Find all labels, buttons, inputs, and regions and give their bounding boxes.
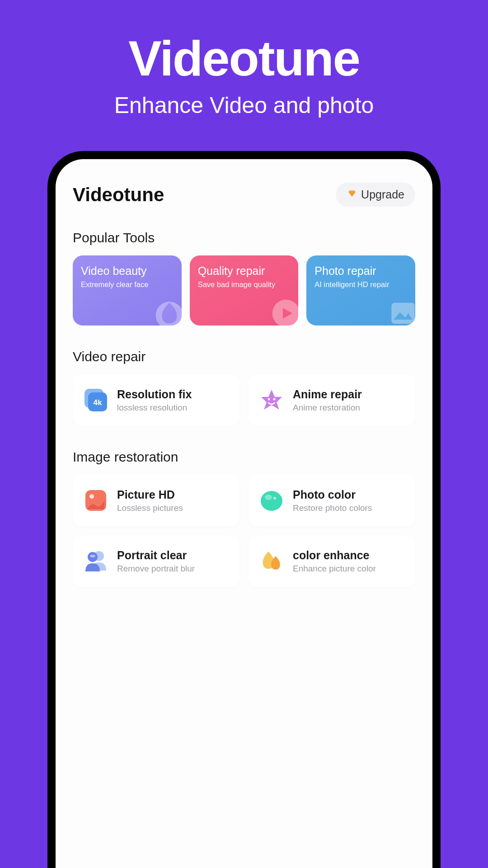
card-title: Photo repair: [314, 264, 407, 278]
item-title: Anime repair: [293, 388, 362, 401]
popular-card-quality-repair[interactable]: Quality repair Save bad image quality: [190, 255, 299, 326]
svg-point-11: [265, 495, 272, 500]
item-resolution-fix[interactable]: 4k Resolution fix lossless resolution: [73, 374, 239, 426]
svg-point-10: [261, 491, 282, 511]
popular-tools-row: Video beauty Extremely clear face Qualit…: [73, 255, 415, 326]
drop-icon: [154, 297, 182, 326]
card-subtitle: Save bad image quality: [198, 280, 291, 289]
marketing-title: Videotune: [114, 29, 374, 87]
item-subtitle: Restore photo colors: [293, 503, 372, 513]
popular-card-photo-repair[interactable]: Photo repair AI intelligent HD repair: [306, 255, 415, 326]
svg-rect-2: [391, 303, 414, 324]
svg-text:4k: 4k: [94, 398, 102, 407]
section-heading-image-restoration: Image restoration: [73, 449, 415, 465]
image-restoration-grid-2: Portrait clear Remove portrait blur colo…: [73, 535, 415, 587]
item-texts: Photo color Restore photo colors: [293, 488, 372, 513]
4k-icon: 4k: [83, 387, 109, 413]
picture-icon: [83, 487, 109, 514]
item-texts: Resolution fix lossless resolution: [117, 388, 192, 413]
card-subtitle: AI intelligent HD repair: [314, 280, 407, 289]
diamond-icon: [347, 189, 357, 200]
item-texts: Anime repair Anime restoration: [293, 388, 362, 413]
item-picture-hd[interactable]: Picture HD Lossless pictures: [73, 475, 239, 526]
phone-screen: Videotune Upgrade Popular Tools Video be…: [56, 159, 432, 868]
card-title: Video beauty: [81, 264, 174, 278]
marketing-subtitle: Enhance Video and photo: [114, 92, 374, 118]
item-title: Picture HD: [117, 488, 183, 501]
item-anime-repair[interactable]: Anime repair Anime restoration: [249, 374, 415, 426]
item-texts: Picture HD Lossless pictures: [117, 488, 183, 513]
drops-icon: [258, 548, 285, 574]
marketing-header: Videotune Enhance Video and photo: [114, 0, 374, 118]
upgrade-label: Upgrade: [361, 188, 404, 201]
app-title: Videotune: [73, 184, 164, 206]
item-title: Portrait clear: [117, 549, 195, 562]
svg-point-7: [273, 398, 276, 401]
image-icon: [387, 297, 415, 326]
item-subtitle: Enhance picture color: [293, 564, 376, 574]
upgrade-button[interactable]: Upgrade: [336, 183, 415, 207]
item-title: Photo color: [293, 488, 372, 501]
star-icon: [258, 387, 285, 413]
item-subtitle: lossless resolution: [117, 403, 192, 413]
card-subtitle: Extremely clear face: [81, 280, 174, 289]
app-header: Videotune Upgrade: [73, 183, 415, 207]
phone-frame: Videotune Upgrade Popular Tools Video be…: [47, 151, 441, 868]
video-repair-grid: 4k Resolution fix lossless resolution An…: [73, 374, 415, 426]
card-title: Quality repair: [198, 264, 291, 278]
item-subtitle: Lossless pictures: [117, 503, 183, 513]
svg-point-15: [90, 555, 95, 557]
svg-point-9: [89, 494, 94, 499]
section-heading-popular: Popular Tools: [73, 230, 415, 245]
item-title: color enhance: [293, 549, 376, 562]
svg-point-12: [273, 497, 276, 500]
item-title: Resolution fix: [117, 388, 192, 401]
person-icon: [83, 548, 109, 574]
popular-card-video-beauty[interactable]: Video beauty Extremely clear face: [73, 255, 182, 326]
item-photo-color[interactable]: Photo color Restore photo colors: [249, 475, 415, 526]
item-texts: color enhance Enhance picture color: [293, 549, 376, 574]
image-restoration-grid: Picture HD Lossless pictures Photo color…: [73, 475, 415, 526]
item-subtitle: Remove portrait blur: [117, 564, 195, 574]
item-subtitle: Anime restoration: [293, 403, 362, 413]
section-heading-video-repair: Video repair: [73, 349, 415, 364]
play-icon: [270, 297, 298, 326]
svg-point-6: [268, 398, 270, 401]
item-color-enhance[interactable]: color enhance Enhance picture color: [249, 535, 415, 587]
item-texts: Portrait clear Remove portrait blur: [117, 549, 195, 574]
blob-icon: [258, 487, 285, 514]
item-portrait-clear[interactable]: Portrait clear Remove portrait blur: [73, 535, 239, 587]
